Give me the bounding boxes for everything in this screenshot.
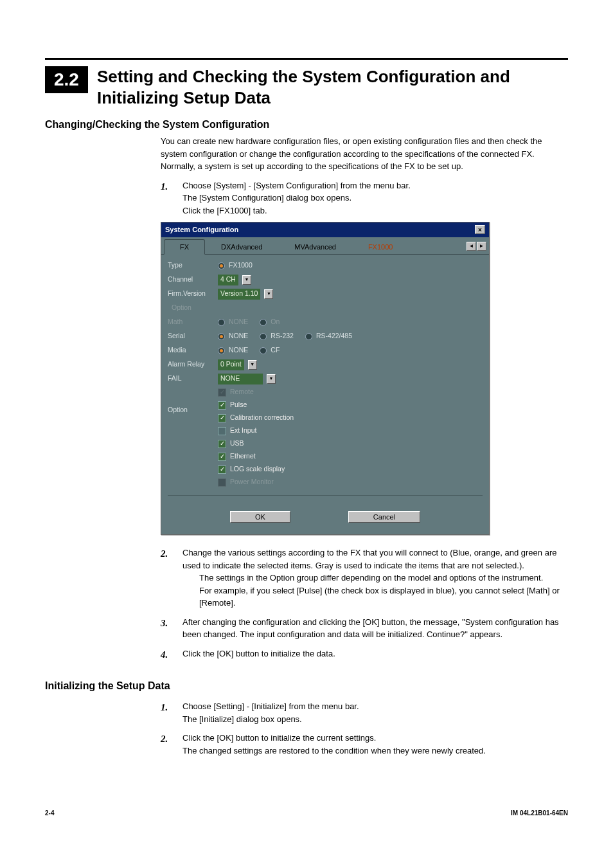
step-text: The [Initialize] dialog box opens. [182,713,568,726]
close-icon[interactable]: × [475,225,485,234]
tab-fx[interactable]: FX [164,239,205,255]
page-number: 2-4 [45,808,54,818]
label-option: Option [168,405,214,415]
label-option-hdr: Option [168,303,214,313]
step-number: 2. [161,547,175,572]
select-firm-value: Version 1.10 [220,289,258,299]
select-channel-value: 4 CH [220,275,236,285]
opt-pulse: Pulse [230,400,247,410]
section-title-block: 2.2 Setting and Checking the System Conf… [45,58,568,108]
radio-type-fx1000[interactable] [218,262,225,269]
opt-usb: USB [230,439,244,449]
radio-serial-485[interactable] [305,333,312,340]
step-text: Click the [OK] button to initialize the … [182,732,568,745]
checkbox-log[interactable]: ✓ [218,466,226,474]
opt-log: LOG scale display [230,464,285,475]
radio-math-none [218,319,225,326]
step-4: 4. Click the [OK] button to initialize t… [161,647,568,662]
opt-ext: Ext Input [230,426,256,436]
dialog-title-text: System Configuration [165,224,238,235]
label-serial: Serial [168,331,214,341]
checkbox-calib[interactable]: ✓ [218,414,226,422]
checkbox-eth[interactable]: ✓ [218,453,226,461]
init-step-1: 1. Choose [Setting] - [Initialize] from … [161,700,568,725]
value-serial-232: RS-232 [271,331,294,341]
opt-remote: Remote [230,387,254,397]
label-fail: FAIL [168,374,214,384]
radio-media-cf[interactable] [260,347,267,354]
step-number: 3. [161,616,175,641]
checkbox-ext[interactable] [218,427,226,435]
value-math-none: NONE [229,317,248,327]
label-alarm: Alarm Relay [168,359,214,370]
opt-calib: Calibration correction [230,413,294,423]
step-number: 2. [161,732,175,757]
select-fail-value: NONE [220,374,240,384]
intro-para-1: You can create new hardware configuratio… [161,135,568,160]
value-media-none: NONE [229,345,248,356]
select-channel[interactable]: 4 CH [218,275,238,285]
subheading-init: Initializing the Setup Data [45,678,568,694]
label-media: Media [168,345,214,356]
checkbox-power [218,478,226,487]
dialog-titlebar: System Configuration × [161,222,489,237]
radio-serial-232[interactable] [260,333,267,340]
init-step-2: 2. Click the [OK] button to initialize t… [161,732,568,757]
value-serial-485: RS-422/485 [316,331,352,341]
doc-id: IM 04L21B01-64EN [511,808,568,818]
label-type: Type [168,260,214,271]
step-text: Click the [FX1000] tab. [182,204,568,217]
intro-para-2: Normally, a system is set up according t… [161,160,568,173]
dropdown-arrow-icon[interactable]: ▼ [248,360,257,370]
select-alarm[interactable]: 0 Point [218,359,244,370]
value-math-on: On [271,317,280,327]
page-footer: 2-4 IM 04L21B01-64EN [45,808,568,818]
system-configuration-dialog: System Configuration × FX DXAdvanced MVA… [161,222,490,535]
section-number: 2.2 [45,66,88,93]
tab-scroll-right-icon[interactable]: ► [477,242,486,251]
dropdown-arrow-icon[interactable]: ▼ [267,374,276,384]
value-media-cf: CF [271,345,280,356]
step-number: 1. [161,700,175,725]
value-serial-none: NONE [229,331,248,341]
radio-math-on [260,319,267,326]
opt-eth: Ethernet [230,451,256,462]
radio-media-none[interactable] [218,347,225,354]
tab-dxadvanced[interactable]: DXAdvanced [205,239,278,255]
select-alarm-value: 0 Point [220,359,242,370]
checkbox-remote: ✓ [218,388,226,397]
tab-row: FX DXAdvanced MVAdvanced FX1000 ◄ ► [161,237,489,255]
step-1: 1. Choose [System] - [System Configurati… [161,179,568,217]
step-text: After changing the configuration and cli… [182,616,568,641]
select-fail[interactable]: NONE [218,374,263,384]
label-math: Math [168,317,214,327]
step-2: 2. Change the various settings according… [161,547,568,572]
dropdown-arrow-icon[interactable]: ▼ [264,289,273,299]
step-text: Choose [System] - [System Configuration]… [182,179,568,192]
select-firm[interactable]: Version 1.10 [218,289,260,300]
dropdown-arrow-icon[interactable]: ▼ [242,275,251,285]
checkbox-usb[interactable]: ✓ [218,440,226,448]
checkbox-pulse[interactable]: ✓ [218,401,226,410]
label-firm: Firm.Version [168,289,214,299]
section-title: Setting and Checking the System Configur… [97,66,568,108]
step-subtext: The settings in the Option group differ … [199,572,568,584]
value-type: FX1000 [229,260,253,271]
tab-fx1000[interactable]: FX1000 [352,239,409,255]
step-text: The changed settings are restored to the… [182,745,568,757]
step-text: Click the [OK] button to initialize the … [182,647,568,660]
step-subtext: For example, if you select [Pulse] (the … [199,584,568,610]
label-channel: Channel [168,275,214,285]
step-number: 1. [161,179,175,217]
step-text: The [System Configuration] dialog box op… [182,192,568,204]
opt-power: Power Monitor [230,477,274,487]
ok-button[interactable]: OK [230,511,290,523]
step-3: 3. After changing the configuration and … [161,616,568,641]
cancel-button[interactable]: Cancel [348,511,420,523]
tab-mvadvanced[interactable]: MVAdvanced [278,239,352,255]
step-text: Choose [Setting] - [Initialize] from the… [182,700,568,713]
step-text: Change the various settings according to… [182,547,568,572]
step-number: 4. [161,647,175,662]
tab-scroll-left-icon[interactable]: ◄ [466,242,476,251]
radio-serial-none[interactable] [218,333,225,340]
